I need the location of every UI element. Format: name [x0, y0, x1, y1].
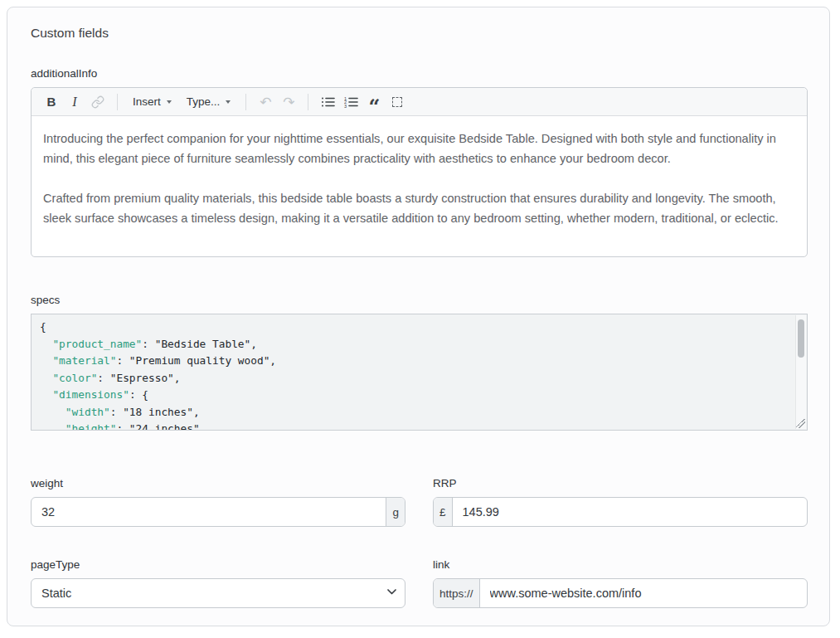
bullet-list-button[interactable]	[316, 91, 339, 113]
page-title: Custom fields	[31, 26, 808, 41]
bold-button[interactable]: B	[40, 91, 63, 113]
italic-button[interactable]: I	[63, 91, 86, 113]
chevron-down-icon	[226, 100, 231, 104]
pagetype-select[interactable]: Static	[31, 578, 405, 608]
toolbar-divider	[117, 94, 118, 110]
weight-label: weight	[31, 477, 405, 489]
link-label: link	[433, 558, 808, 571]
link-button[interactable]	[86, 91, 109, 113]
type-dropdown-label: Type...	[187, 95, 221, 108]
editor-content[interactable]: Introducing the perfect companion for yo…	[32, 116, 807, 256]
pagetype-label: pageType	[31, 558, 405, 571]
currency-addon: £	[434, 498, 453, 526]
link-icon	[91, 95, 104, 109]
undo-button[interactable]: ↶	[254, 91, 277, 113]
rrp-label: RRP	[433, 477, 808, 489]
editor-paragraph: Crafted from premium quality materials, …	[43, 188, 795, 228]
numbered-list-button[interactable]: 1 2 3	[339, 91, 362, 113]
rich-text-editor: B I Insert Type... ↶ ↷	[31, 87, 808, 257]
specs-label: specs	[31, 294, 808, 306]
insert-dropdown-label: Insert	[133, 95, 161, 108]
specs-code: { "product_name": "Bedside Table", "mate…	[40, 319, 785, 431]
numbered-list-icon: 1 2 3	[344, 96, 358, 108]
toolbar-divider	[308, 94, 308, 110]
rrp-input-group: £	[433, 497, 808, 527]
redo-button[interactable]: ↷	[277, 91, 300, 113]
blockquote-button[interactable]: “	[362, 91, 386, 113]
specs-textarea[interactable]: { "product_name": "Bedside Table", "mate…	[31, 314, 808, 431]
chevron-down-icon	[167, 100, 172, 104]
toolbar-divider	[245, 94, 246, 110]
pagetype-link-row: pageType Static link https://	[31, 558, 808, 608]
resize-handle[interactable]	[796, 419, 805, 428]
weight-input-group: g	[31, 497, 405, 527]
pagetype-field: pageType Static	[31, 558, 405, 608]
dashed-box-icon	[392, 97, 402, 107]
rrp-field: RRP £	[433, 477, 808, 527]
weight-rrp-row: weight g RRP £	[31, 477, 808, 527]
bullet-list-icon	[321, 96, 335, 108]
editor-paragraph: Introducing the perfect companion for yo…	[43, 129, 795, 168]
insert-dropdown[interactable]: Insert	[125, 91, 179, 113]
svg-text:3: 3	[344, 103, 347, 108]
protocol-addon: https://	[434, 579, 480, 607]
weight-field: weight g	[31, 477, 405, 527]
link-input-group: https://	[433, 578, 808, 608]
additionalinfo-label: additionalInfo	[31, 67, 808, 80]
custom-fields-card: Custom fields additionalInfo B I Insert …	[7, 7, 830, 626]
link-input[interactable]	[480, 579, 807, 607]
link-field: link https://	[433, 558, 808, 608]
type-dropdown[interactable]: Type...	[179, 91, 239, 113]
specs-scrollbar-track[interactable]	[795, 315, 806, 429]
weight-input[interactable]	[32, 498, 386, 526]
specs-scrollbar-thumb[interactable]	[798, 319, 804, 358]
editor-toolbar: B I Insert Type... ↶ ↷	[32, 88, 807, 116]
frame-button[interactable]	[386, 91, 409, 113]
rrp-input[interactable]	[453, 498, 807, 526]
weight-unit-addon: g	[386, 498, 405, 526]
